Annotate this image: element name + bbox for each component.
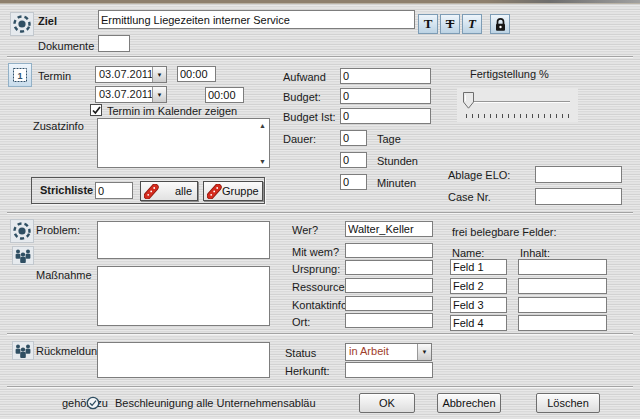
section-divider bbox=[7, 56, 633, 58]
fertigstellung-slider[interactable] bbox=[457, 88, 578, 122]
feld2-inhalt-input[interactable] bbox=[518, 278, 607, 294]
stunden-label: Stunden bbox=[377, 155, 418, 167]
massnahme-label: Maßnahme bbox=[36, 269, 92, 281]
mit-wem-label: Mit wem? bbox=[292, 246, 339, 258]
feld2-name-input[interactable] bbox=[450, 278, 507, 294]
ziel-input[interactable] bbox=[98, 10, 415, 29]
chevron-down-icon[interactable]: ▼ bbox=[152, 87, 166, 102]
status-label: Status bbox=[285, 347, 316, 359]
scroll-up-icon[interactable]: ▲ bbox=[259, 122, 266, 129]
date-to-select[interactable]: 03.07.2011 ▼ bbox=[95, 86, 167, 103]
termin-label: Termin bbox=[38, 70, 71, 82]
italic-button[interactable]: T bbox=[462, 14, 482, 34]
feld3-name-input[interactable] bbox=[450, 297, 507, 313]
section-divider bbox=[7, 386, 633, 388]
herkunft-label: Herkunft: bbox=[285, 365, 330, 377]
gehoert-zu-label: gehört zu bbox=[62, 397, 108, 409]
aufwand-input[interactable] bbox=[340, 68, 431, 84]
dokumente-label: Dokumente bbox=[38, 40, 94, 52]
slider-thumb[interactable] bbox=[463, 92, 474, 111]
users-icon bbox=[12, 341, 34, 360]
alle-button-label: alle bbox=[159, 185, 192, 197]
strichliste-label: Strichliste bbox=[40, 184, 93, 196]
ort-label: Ort: bbox=[292, 316, 310, 328]
chevron-down-icon[interactable]: ▼ bbox=[417, 344, 431, 360]
frei-felder-label: frei belegbare Felder: bbox=[452, 226, 557, 238]
herkunft-input[interactable] bbox=[345, 362, 433, 378]
date-to-value: 03.07.2011 bbox=[96, 87, 152, 102]
feld1-inhalt-input[interactable] bbox=[518, 259, 607, 275]
loeschen-button-label: Löschen bbox=[547, 397, 589, 409]
ablage-elo-label: Ablage ELO: bbox=[448, 169, 510, 181]
ursprung-input[interactable] bbox=[345, 260, 433, 275]
strikethrough-button[interactable]: T bbox=[440, 14, 460, 34]
tally-marker-icon bbox=[144, 184, 159, 199]
ursprung-label: Ursprung: bbox=[292, 263, 340, 275]
feld4-name-input[interactable] bbox=[450, 315, 507, 331]
feld3-inhalt-input[interactable] bbox=[518, 297, 607, 313]
task-form-window: Ziel T T T Dokumente 1 Termin 03.07.2011… bbox=[0, 0, 640, 419]
loeschen-button[interactable]: Löschen bbox=[536, 393, 600, 413]
budget-input[interactable] bbox=[340, 88, 431, 104]
dauer-stunden-input[interactable] bbox=[340, 152, 367, 168]
aufwand-label: Aufwand bbox=[283, 71, 326, 83]
zusatzinfo-textarea[interactable] bbox=[97, 118, 270, 168]
strichliste-alle-button[interactable]: alle bbox=[140, 181, 198, 201]
ok-button[interactable]: OK bbox=[359, 393, 415, 413]
lock-button[interactable] bbox=[490, 14, 510, 34]
wer-input[interactable] bbox=[345, 221, 433, 237]
problem-label: Problem: bbox=[36, 224, 80, 236]
feld1-name-input[interactable] bbox=[450, 259, 507, 275]
section-divider bbox=[7, 333, 633, 335]
svg-text:1: 1 bbox=[17, 71, 22, 81]
status-value: in Arbeit bbox=[346, 344, 417, 360]
problem-textarea[interactable] bbox=[97, 221, 270, 259]
time-to-input[interactable] bbox=[205, 87, 244, 103]
ok-button-label: OK bbox=[379, 397, 395, 409]
name-column-label: Name: bbox=[452, 247, 484, 259]
tally-marker-icon bbox=[207, 184, 222, 199]
strichliste-count-input[interactable] bbox=[95, 182, 133, 199]
kontaktinfo-label: Kontaktinfo: bbox=[292, 299, 350, 311]
rueckmeldung-label: Rückmeldung: bbox=[36, 345, 106, 357]
budget-label: Budget: bbox=[283, 91, 321, 103]
rueckmeldung-textarea[interactable] bbox=[97, 342, 270, 378]
abbrechen-button[interactable]: Abbrechen bbox=[437, 393, 501, 413]
calendar-icon[interactable]: 1 bbox=[8, 63, 32, 87]
case-nr-input[interactable] bbox=[535, 188, 622, 205]
kontaktinfo-input[interactable] bbox=[345, 296, 433, 311]
strichliste-gruppe-button[interactable]: Gruppe bbox=[203, 181, 263, 201]
dauer-minuten-input[interactable] bbox=[340, 174, 367, 190]
feld4-inhalt-input[interactable] bbox=[518, 315, 607, 331]
dauer-tage-input[interactable] bbox=[340, 130, 367, 146]
ressourcen-input[interactable] bbox=[345, 278, 433, 293]
bold-button-label: T bbox=[424, 16, 433, 32]
wer-label: Wer? bbox=[292, 224, 318, 236]
date-from-select[interactable]: 03.07.2011 ▼ bbox=[95, 66, 167, 83]
window-top-edge bbox=[0, 0, 640, 4]
target-icon bbox=[10, 12, 34, 36]
show-in-calendar-checkbox[interactable] bbox=[90, 104, 102, 116]
budget-ist-input[interactable] bbox=[340, 108, 431, 124]
gruppe-button-label: Gruppe bbox=[222, 185, 259, 197]
slider-track bbox=[465, 101, 570, 103]
check-circle-icon bbox=[86, 396, 100, 410]
ort-input[interactable] bbox=[345, 313, 433, 328]
scroll-down-icon[interactable]: ▼ bbox=[259, 158, 266, 165]
mit-wem-input[interactable] bbox=[345, 243, 433, 258]
tage-label: Tage bbox=[377, 133, 401, 145]
dauer-label: Dauer: bbox=[283, 133, 316, 145]
bold-button[interactable]: T bbox=[418, 14, 438, 34]
status-select[interactable]: in Arbeit ▼ bbox=[345, 343, 432, 361]
ablage-elo-input[interactable] bbox=[535, 166, 622, 183]
inhalt-column-label: Inhalt: bbox=[520, 247, 550, 259]
target-icon bbox=[10, 219, 34, 243]
minuten-label: Minuten bbox=[377, 177, 416, 189]
case-nr-label: Case Nr. bbox=[448, 191, 491, 203]
section-divider bbox=[7, 212, 633, 214]
fertigstellung-label: Fertigstellung % bbox=[470, 68, 549, 80]
chevron-down-icon[interactable]: ▼ bbox=[152, 67, 166, 82]
time-from-input[interactable] bbox=[177, 66, 216, 82]
dokumente-input[interactable] bbox=[98, 35, 130, 52]
massnahme-textarea[interactable] bbox=[97, 266, 270, 326]
